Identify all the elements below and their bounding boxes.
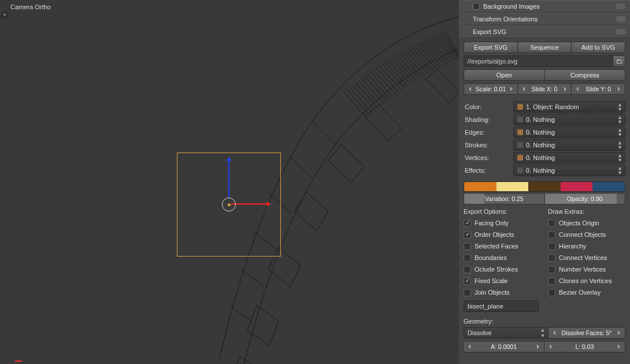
edges-dropdown[interactable]: 0. Nothing▲▼: [513, 127, 625, 138]
shading-dropdown[interactable]: 0. Nothing▲▼: [513, 114, 625, 125]
compress-button[interactable]: Compress: [544, 69, 626, 81]
checkbox[interactable]: [464, 220, 471, 227]
folder-icon: 🗀: [616, 58, 622, 65]
color-dropdown[interactable]: 1. Object: Random▲▼: [513, 101, 625, 113]
viewport-mode-label: Camera Ortho: [10, 3, 51, 10]
object-icon: [517, 104, 523, 110]
l-field[interactable]: L: 0.03: [544, 341, 625, 352]
none-icon: [517, 168, 523, 173]
drag-handle-icon[interactable]: [616, 29, 625, 35]
option-selected-faces[interactable]: Selected Faces: [464, 240, 541, 252]
bg-images-checkbox[interactable]: [473, 3, 480, 10]
panel-label: Background Images: [483, 3, 540, 10]
strokes-dropdown[interactable]: 0. Nothing▲▼: [513, 139, 625, 151]
option-label: Connect Objects: [559, 231, 606, 238]
option-join-objects[interactable]: Join Objects: [464, 287, 541, 298]
gizmo-z-axis[interactable]: [228, 157, 229, 198]
option-label: Clones on Vertices: [559, 277, 612, 284]
a-field[interactable]: A: 0.0001: [463, 341, 544, 352]
opacity-slider[interactable]: Opacity: 0.90: [544, 193, 626, 205]
swatch-1[interactable]: [496, 182, 529, 191]
swatch-0[interactable]: [464, 182, 496, 191]
option-connect-vertices[interactable]: Connect Vertices: [548, 252, 625, 263]
geometry-header: Geometry:: [464, 318, 625, 325]
checkbox[interactable]: [548, 289, 555, 296]
export-svg-body: Export SVG Sequence Add to SVG 🗀 Open Co…: [459, 38, 630, 359]
option-objects-origin[interactable]: Objects Origin: [548, 217, 625, 229]
checkbox[interactable]: [464, 243, 471, 250]
collapse-icon: [464, 3, 469, 9]
slide-y-field[interactable]: Slide Y: 0: [571, 83, 625, 95]
option-clones-on-vertices[interactable]: Clones on Vertices: [548, 275, 625, 287]
scale-field[interactable]: Scale: 0.01: [464, 83, 518, 95]
export-svg-button[interactable]: Export SVG: [464, 42, 518, 53]
checkbox[interactable]: [548, 254, 555, 262]
checkbox[interactable]: [464, 277, 471, 285]
edges-label: Edges:: [464, 129, 513, 136]
drag-handle-icon[interactable]: [616, 3, 625, 9]
option-label: Selected Faces: [475, 243, 518, 250]
color-palette[interactable]: [464, 181, 625, 192]
option-bezier-overlay[interactable]: Bezier Overlay: [548, 287, 625, 298]
swatch-4[interactable]: [592, 182, 625, 191]
panel-label: Export SVG: [473, 28, 506, 35]
checkbox[interactable]: [548, 231, 555, 239]
bisect-input[interactable]: [464, 300, 539, 312]
checkbox[interactable]: [548, 220, 555, 227]
sequence-button[interactable]: Sequence: [517, 42, 572, 53]
color-label: Color:: [464, 103, 513, 110]
axis-indicator-icon: [15, 361, 22, 362]
checkbox[interactable]: [464, 231, 471, 239]
add-to-svg-button[interactable]: Add to SVG: [571, 42, 625, 53]
swatch-3[interactable]: [561, 182, 593, 191]
option-order-objects[interactable]: Order Objects: [464, 229, 541, 240]
object-icon: [517, 155, 523, 161]
export-path-input[interactable]: [464, 55, 613, 67]
dissolve-dropdown[interactable]: Dissolve▲▼: [464, 327, 549, 339]
checkbox[interactable]: [464, 254, 471, 262]
checkbox[interactable]: [548, 266, 555, 273]
gizmo-x-axis[interactable]: [231, 203, 270, 205]
wireframe-mesh: [0, 0, 459, 364]
viewport-3d[interactable]: Camera Ortho +: [0, 0, 459, 364]
object-icon: [517, 129, 523, 135]
properties-panel: Background Images Transform Orientations…: [459, 0, 630, 364]
option-hierarchy[interactable]: Hierarchy: [548, 240, 625, 252]
panel-transform-orientations[interactable]: Transform Orientations: [459, 13, 630, 25]
slide-x-field[interactable]: Slide X: 0: [517, 83, 572, 95]
option-oclude-strokes[interactable]: Oclude Strokes: [464, 263, 541, 275]
option-fixed-scale[interactable]: Fixed Scale: [464, 275, 541, 287]
swatch-2[interactable]: [528, 182, 561, 191]
panel-export-svg[interactable]: Export SVG: [459, 25, 630, 38]
effects-dropdown[interactable]: 0. Nothing▲▼: [513, 165, 625, 176]
checkbox[interactable]: [464, 266, 471, 273]
option-facing-only[interactable]: Facing Only: [464, 217, 541, 229]
browse-file-button[interactable]: 🗀: [613, 55, 625, 67]
option-boundaries[interactable]: Boundaries: [464, 252, 541, 263]
option-label: Oclude Strokes: [475, 266, 518, 273]
option-label: Order Objects: [475, 231, 514, 238]
export-options-header: Export Options:: [464, 208, 541, 215]
expand-toolbar-icon[interactable]: +: [1, 12, 8, 18]
origin-dot: [228, 203, 231, 206]
checkbox[interactable]: [464, 289, 471, 296]
option-label: Connect Vertices: [559, 254, 607, 261]
variation-slider[interactable]: Variation: 0.25: [464, 193, 545, 205]
option-number-vertices[interactable]: Number Vertices: [548, 263, 625, 275]
open-button[interactable]: Open: [464, 69, 545, 81]
option-label: Hierarchy: [559, 243, 586, 250]
checkbox[interactable]: [548, 277, 555, 285]
panel-background-images[interactable]: Background Images: [459, 0, 630, 13]
shading-label: Shading:: [464, 116, 513, 123]
drag-handle-icon[interactable]: [616, 16, 625, 22]
option-label: Fixed Scale: [475, 277, 507, 284]
option-label: Bezier Overlay: [559, 289, 601, 296]
option-connect-objects[interactable]: Connect Objects: [548, 229, 625, 240]
option-label: Facing Only: [475, 220, 509, 226]
vertices-dropdown[interactable]: 0. Nothing▲▼: [513, 152, 625, 164]
collapse-icon: [464, 16, 469, 22]
dissolve-faces-field[interactable]: Dissolve Faces: 5°: [548, 327, 626, 339]
checkbox[interactable]: [548, 243, 555, 250]
expand-icon: [464, 30, 469, 36]
option-label: Objects Origin: [559, 220, 599, 226]
